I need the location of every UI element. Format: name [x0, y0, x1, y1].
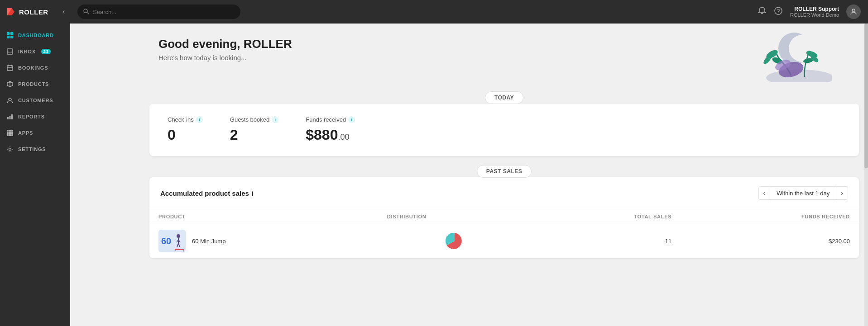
product-table: PRODUCT DISTRIBUTION TOTAL SALES FUNDS R…	[149, 209, 859, 258]
product-sales-info-icon[interactable]: i	[252, 189, 254, 197]
guests-info-icon[interactable]: i	[272, 116, 278, 123]
logo-text: ROLLER	[19, 8, 48, 16]
distribution-cell	[378, 224, 532, 258]
sidebar-item-label: CUSTOMERS	[18, 98, 53, 103]
past-sales-pill-wrapper: PAST SALES	[140, 165, 868, 178]
stats-card: Check-ins i 0 Guests booked i 2 Funds re…	[149, 104, 859, 156]
svg-rect-24	[7, 134, 9, 136]
funds-received-cell: $230.00	[681, 224, 859, 258]
topbar: ? ROLLER Support ROLLER World Demo	[70, 0, 868, 24]
col-total-sales: TOTAL SALES	[532, 209, 681, 224]
svg-text:?: ?	[777, 8, 780, 14]
sidebar-item-label: PRODUCTS	[18, 81, 49, 87]
user-avatar[interactable]	[846, 5, 861, 19]
guests-booked-stat: Guests booked i 2	[230, 116, 278, 143]
svg-rect-16	[10, 116, 11, 119]
svg-line-29	[87, 12, 89, 14]
table-row: 60	[149, 224, 859, 258]
table-header-row: PRODUCT DISTRIBUTION TOTAL SALES FUNDS R…	[149, 209, 859, 224]
sidebar-item-reports[interactable]: REPORTS	[0, 109, 70, 125]
notification-icon[interactable]	[758, 6, 767, 18]
logo[interactable]: ROLLER	[5, 6, 48, 17]
sidebar-item-label: SETTINGS	[18, 146, 46, 152]
checkins-info-icon[interactable]: i	[196, 116, 203, 123]
svg-rect-22	[9, 132, 11, 134]
user-venue: ROLLER World Demo	[790, 12, 839, 18]
sidebar-item-customers[interactable]: CUSTOMERS	[0, 92, 70, 109]
svg-rect-21	[7, 132, 9, 134]
sidebar: ROLLER ‹ DASHBOARD INBOX 23	[0, 0, 70, 326]
date-next-button[interactable]: ›	[836, 187, 848, 199]
svg-rect-23	[11, 132, 13, 134]
svg-rect-20	[11, 130, 13, 132]
svg-point-14	[9, 98, 11, 101]
product-cell: 60	[149, 224, 378, 258]
product-name: 60 Min Jump	[192, 238, 225, 245]
sidebar-item-label: INBOX	[18, 49, 36, 54]
reports-icon	[6, 113, 14, 120]
svg-point-27	[9, 148, 11, 151]
checkins-value: 0	[168, 127, 203, 143]
scrollbar-track	[864, 24, 868, 326]
today-pill[interactable]: TODAY	[485, 91, 523, 104]
product-sales-header: Accumulated product sales i ‹ Within the…	[149, 177, 859, 209]
svg-rect-6	[7, 49, 13, 54]
customers-icon	[6, 97, 14, 104]
svg-rect-3	[10, 32, 13, 35]
sidebar-item-label: BOOKINGS	[18, 65, 48, 71]
date-range-label: Within the last 1 day	[770, 187, 836, 199]
product-sales-title: Accumulated product sales i	[160, 189, 254, 197]
hero-section: Good evening, ROLLER Here's how today is…	[140, 24, 868, 87]
svg-rect-2	[7, 32, 10, 35]
svg-point-32	[852, 9, 855, 12]
checkins-stat: Check-ins i 0	[168, 116, 203, 143]
help-icon[interactable]: ?	[774, 6, 783, 18]
products-icon	[6, 80, 14, 88]
sidebar-item-bookings[interactable]: BOOKINGS	[0, 60, 70, 76]
topbar-right: ? ROLLER Support ROLLER World Demo	[758, 5, 861, 19]
sidebar-item-label: DASHBOARD	[18, 33, 54, 38]
svg-point-44	[177, 234, 180, 238]
search-icon	[83, 8, 89, 16]
sidebar-header: ROLLER ‹	[0, 0, 70, 24]
today-pill-wrapper: TODAY	[140, 91, 868, 104]
inbox-icon	[6, 48, 14, 55]
svg-text:60: 60	[161, 236, 171, 246]
search-input[interactable]	[93, 9, 235, 15]
inbox-badge: 23	[41, 49, 51, 54]
sidebar-item-apps[interactable]: APPS	[0, 125, 70, 141]
svg-point-28	[84, 9, 87, 13]
svg-rect-15	[7, 117, 9, 119]
hero-illustration	[732, 28, 832, 82]
main-content: Good evening, ROLLER Here's how today is…	[140, 24, 868, 326]
sidebar-item-label: REPORTS	[18, 114, 45, 119]
svg-rect-25	[9, 134, 11, 136]
col-product: PRODUCT	[149, 209, 378, 224]
funds-info-icon[interactable]: i	[348, 116, 355, 123]
funds-received-value: $880.00	[306, 127, 355, 143]
date-navigator: ‹ Within the last 1 day ›	[758, 186, 848, 200]
svg-rect-18	[7, 130, 9, 132]
svg-rect-17	[11, 114, 13, 119]
user-name: ROLLER Support	[794, 6, 839, 12]
svg-rect-5	[10, 36, 13, 38]
guests-booked-value: 2	[230, 127, 278, 143]
bookings-icon	[6, 64, 14, 71]
dashboard-icon	[6, 32, 14, 39]
svg-rect-4	[7, 36, 10, 38]
date-prev-button[interactable]: ‹	[759, 187, 771, 199]
sidebar-toggle-icon[interactable]: ‹	[62, 8, 65, 16]
sidebar-nav: DASHBOARD INBOX 23 BOOKINGS PRODUCTS C	[0, 24, 70, 157]
sidebar-item-label: APPS	[18, 130, 33, 136]
product-sales-card: Accumulated product sales i ‹ Within the…	[149, 177, 859, 258]
col-funds-received: FUNDS RECEIVED	[681, 209, 859, 224]
sidebar-item-inbox[interactable]: INBOX 23	[0, 43, 70, 60]
scrollbar-thumb[interactable]	[864, 24, 868, 168]
search-container[interactable]	[77, 5, 240, 19]
past-sales-pill[interactable]: PAST SALES	[477, 165, 532, 178]
svg-rect-26	[11, 134, 13, 136]
svg-rect-7	[7, 66, 13, 71]
sidebar-item-settings[interactable]: SETTINGS	[0, 141, 70, 157]
sidebar-item-dashboard[interactable]: DASHBOARD	[0, 27, 70, 43]
sidebar-item-products[interactable]: PRODUCTS	[0, 76, 70, 92]
